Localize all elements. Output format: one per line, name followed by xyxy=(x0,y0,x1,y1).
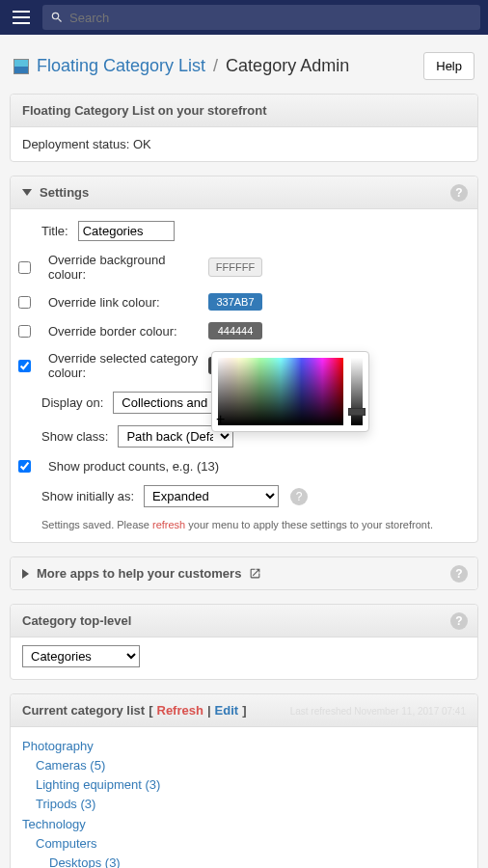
toplevel-select[interactable]: Categories xyxy=(22,645,140,667)
link-colour-checkbox[interactable] xyxy=(18,296,31,309)
showinit-select[interactable]: Expanded xyxy=(144,485,279,507)
breadcrumb: Floating Category List / Category Admin … xyxy=(10,44,478,94)
counts-checkbox[interactable] xyxy=(18,460,31,473)
storefront-body: Deployment status: OK xyxy=(11,127,477,161)
help-icon[interactable]: ? xyxy=(290,488,308,505)
toplevel-header-text: Category top-level xyxy=(22,613,131,628)
category-item: Cameras (5) xyxy=(36,756,466,775)
border-colour-label: Override border colour: xyxy=(48,324,203,339)
counts-label: Show product counts, e.g. (13) xyxy=(48,459,219,474)
showinit-label: Show initially as: xyxy=(41,489,134,503)
catlist-edit-link[interactable]: Edit xyxy=(215,703,239,718)
catlist-timestamp: Last refreshed November 11, 2017 07:41 xyxy=(290,706,466,717)
category-link[interactable]: Tripods (3) xyxy=(36,797,95,811)
storefront-header-text: Floating Category List on your storefron… xyxy=(22,103,267,118)
bracket-open: [ xyxy=(149,703,152,718)
category-item: PhotographyCameras (5)Lighting equipment… xyxy=(22,737,466,815)
app-icon xyxy=(14,59,29,74)
color-picker-sv-area[interactable]: + xyxy=(218,358,343,425)
category-item: Tripods (3) xyxy=(36,795,466,814)
category-tree: PhotographyCameras (5)Lighting equipment… xyxy=(22,737,466,868)
settings-header-text: Settings xyxy=(40,185,89,200)
deployment-status-label: Deployment status: xyxy=(22,137,133,151)
search-icon xyxy=(50,11,64,24)
catlist-panel: Current category list [ Refresh | Edit ]… xyxy=(10,693,478,868)
category-item: Desktops (3) xyxy=(49,854,466,868)
showclass-label: Show class: xyxy=(41,429,108,444)
help-icon[interactable]: ? xyxy=(450,184,468,202)
chevron-down-icon xyxy=(22,189,32,196)
bg-colour-checkbox[interactable] xyxy=(18,261,31,274)
save-msg-refresh[interactable]: refresh xyxy=(152,519,185,530)
settings-header[interactable]: Settings ? xyxy=(11,176,477,209)
color-picker-lightness-slider[interactable] xyxy=(351,358,363,425)
link-colour-label: Override link colour: xyxy=(48,295,203,310)
save-message: Settings saved. Please refresh your menu… xyxy=(18,513,470,532)
bracket-close: ] xyxy=(242,703,246,718)
settings-panel: Settings ? Title: Override background co… xyxy=(10,176,478,543)
save-msg-part2: your menu to apply these settings to you… xyxy=(185,519,433,530)
breadcrumb-separator: / xyxy=(213,56,218,76)
help-icon[interactable]: ? xyxy=(450,612,468,630)
title-label: Title: xyxy=(41,224,68,238)
chevron-right-icon xyxy=(22,569,29,579)
storefront-header: Floating Category List on your storefron… xyxy=(11,95,477,127)
border-colour-button[interactable]: 444444 xyxy=(208,322,262,339)
category-link[interactable]: Technology xyxy=(22,817,86,831)
category-item: ComputersDesktops (3)Laptops (4)Tablets … xyxy=(36,834,466,868)
deployment-status-value: OK xyxy=(133,137,151,151)
category-item: TechnologyComputersDesktops (3)Laptops (… xyxy=(22,815,466,868)
catlist-header: Current category list [ Refresh | Edit ]… xyxy=(11,694,477,727)
page-title: Category Admin xyxy=(226,56,349,76)
help-icon[interactable]: ? xyxy=(450,565,468,583)
color-picker-crosshair-icon: + xyxy=(216,412,225,427)
pipe: | xyxy=(207,703,211,718)
category-link[interactable]: Photography xyxy=(22,739,94,753)
category-item: Lighting equipment (3) xyxy=(36,775,466,795)
toplevel-panel: Category top-level ? Categories xyxy=(10,604,478,680)
help-button[interactable]: Help xyxy=(423,52,474,80)
breadcrumb-app-link[interactable]: Floating Category List xyxy=(37,56,205,76)
topbar xyxy=(0,0,488,35)
color-picker[interactable]: + xyxy=(211,351,369,432)
more-apps-header[interactable]: More apps to help your customers ? xyxy=(11,557,477,589)
bg-colour-button[interactable]: FFFFFF xyxy=(208,258,262,277)
storefront-panel: Floating Category List on your storefron… xyxy=(10,94,478,162)
save-msg-part1: Settings saved. Please xyxy=(41,519,152,530)
more-apps-header-text: More apps to help your customers xyxy=(37,566,241,581)
border-colour-checkbox[interactable] xyxy=(18,325,31,338)
displayon-label: Display on: xyxy=(41,395,103,410)
search-input[interactable] xyxy=(69,11,473,25)
link-colour-button[interactable]: 337AB7 xyxy=(208,293,262,311)
catlist-header-text: Current category list xyxy=(22,703,145,718)
category-link[interactable]: Desktops (3) xyxy=(49,855,121,868)
category-link[interactable]: Lighting equipment (3) xyxy=(36,777,160,792)
catlist-refresh-link[interactable]: Refresh xyxy=(157,703,203,718)
toplevel-header: Category top-level ? xyxy=(11,605,477,637)
color-picker-slider-handle[interactable] xyxy=(348,408,366,416)
category-link[interactable]: Cameras (5) xyxy=(36,758,105,773)
external-link-icon xyxy=(249,567,261,580)
selected-colour-label: Override selected category colour: xyxy=(48,351,203,380)
search-box[interactable] xyxy=(42,5,480,30)
category-link[interactable]: Computers xyxy=(36,836,97,851)
selected-colour-checkbox[interactable] xyxy=(18,360,31,372)
bg-colour-label: Override background colour: xyxy=(48,253,203,282)
title-input[interactable] xyxy=(78,221,175,241)
more-apps-panel: More apps to help your customers ? xyxy=(10,556,478,590)
menu-burger-icon[interactable] xyxy=(8,4,35,31)
